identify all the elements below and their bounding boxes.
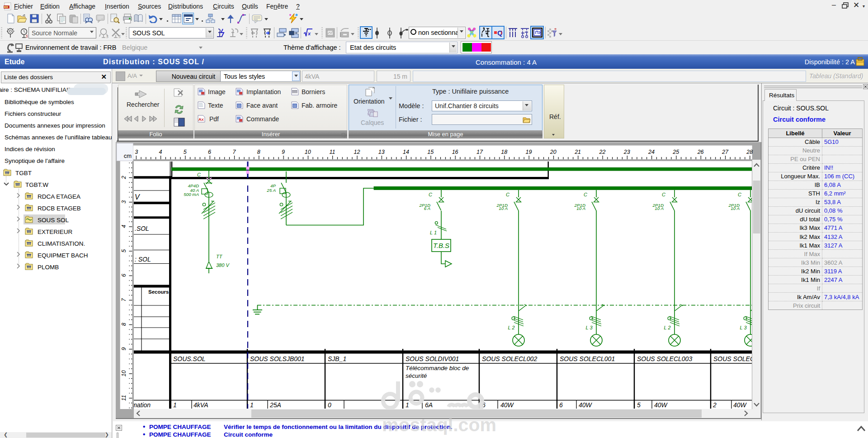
svg-text:C: C xyxy=(506,192,509,197)
svg-text:6: 6 xyxy=(559,401,563,409)
svg-text:22: 22 xyxy=(599,149,605,155)
svg-text:L 3: L 3 xyxy=(740,325,747,330)
svg-text:6: 6 xyxy=(121,274,127,277)
svg-text:A: A xyxy=(198,117,202,122)
svg-text:6 A: 6 A xyxy=(424,206,431,211)
svg-text:: SOL: : SOL xyxy=(135,256,151,263)
svg-text:Télécommande bloc de: Télécommande bloc de xyxy=(406,365,469,371)
svg-text:10: 10 xyxy=(305,149,311,155)
svg-text:17: 17 xyxy=(476,149,483,155)
svg-text:6A: 6A xyxy=(425,401,433,409)
svg-text:V: V xyxy=(135,193,140,201)
svg-text:25 A: 25 A xyxy=(266,188,276,193)
svg-text:SOUS SOLECL002: SOUS SOLECL002 xyxy=(482,355,537,362)
svg-text:7: 7 xyxy=(121,298,127,301)
svg-text:20: 20 xyxy=(550,149,557,155)
svg-text:1: 1 xyxy=(406,401,409,409)
svg-text:10: 10 xyxy=(121,370,127,376)
svg-text:5: 5 xyxy=(637,401,641,409)
svg-text:13: 13 xyxy=(378,149,385,155)
svg-text:500 mA: 500 mA xyxy=(184,192,199,197)
svg-text:C: C xyxy=(584,192,587,197)
svg-text:15: 15 xyxy=(427,149,434,155)
svg-text:L 2: L 2 xyxy=(664,325,670,330)
svg-text:x: x xyxy=(307,31,311,36)
svg-text:4kVA: 4kVA xyxy=(193,401,208,409)
svg-text:5: 5 xyxy=(121,249,127,252)
svg-text:4: 4 xyxy=(159,149,162,155)
svg-text:19: 19 xyxy=(526,149,532,155)
svg-text:s: s xyxy=(26,33,28,38)
svg-text:380 V: 380 V xyxy=(216,262,230,268)
svg-text:Secours: Secours xyxy=(148,289,169,295)
svg-text:25: 25 xyxy=(672,149,679,155)
svg-text:27: 27 xyxy=(722,149,729,155)
svg-text:s: s xyxy=(106,34,108,38)
svg-text:11: 11 xyxy=(121,395,127,401)
svg-text:25A: 25A xyxy=(269,401,281,409)
svg-text:TT: TT xyxy=(216,254,223,259)
svg-text:5: 5 xyxy=(184,149,187,155)
svg-text:C: C xyxy=(738,192,741,197)
svg-text:SOUS SOLECL001: SOUS SOLECL001 xyxy=(560,355,615,362)
svg-text:SOUS SOLDIV001: SOUS SOLDIV001 xyxy=(406,355,459,362)
svg-text:1: 1 xyxy=(250,401,254,409)
svg-text:28: 28 xyxy=(746,149,753,155)
svg-text:24: 24 xyxy=(648,149,655,155)
svg-text:L 3: L 3 xyxy=(585,325,593,330)
svg-text:2: 2 xyxy=(712,401,717,409)
svg-text:.SOL: .SOL xyxy=(135,225,149,232)
svg-text:SOUS SOLECL003: SOUS SOLECL003 xyxy=(637,355,692,362)
svg-text:40W: 40W xyxy=(500,401,514,409)
svg-text:40W: 40W xyxy=(654,401,668,409)
svg-text:6: 6 xyxy=(208,149,211,155)
svg-text:11: 11 xyxy=(330,149,335,155)
svg-text:0: 0 xyxy=(328,401,331,409)
svg-text:8: 8 xyxy=(257,149,260,155)
svg-text:2: 2 xyxy=(121,176,127,179)
svg-text:s: s xyxy=(118,34,121,38)
svg-text:26: 26 xyxy=(697,149,704,155)
svg-text:10 A: 10 A xyxy=(655,206,664,211)
svg-text:7: 7 xyxy=(232,149,236,155)
svg-text:4: 4 xyxy=(121,225,127,228)
svg-text:9: 9 xyxy=(121,348,127,351)
svg-text:C: C xyxy=(197,172,201,177)
svg-text:SOUS SOLSJB001: SOUS SOLSJB001 xyxy=(250,355,305,362)
svg-text:14: 14 xyxy=(403,149,409,155)
svg-text:cm: cm xyxy=(124,152,132,159)
svg-text:C: C xyxy=(662,192,665,197)
svg-text:40W: 40W xyxy=(733,401,747,409)
svg-text:21: 21 xyxy=(574,149,581,155)
svg-text:40W: 40W xyxy=(579,401,593,409)
svg-text:18: 18 xyxy=(501,149,507,155)
svg-text:10 A: 10 A xyxy=(499,206,508,211)
svg-text:C: C xyxy=(429,192,432,197)
svg-text:23: 23 xyxy=(623,149,630,155)
svg-text:1: 1 xyxy=(173,401,177,409)
svg-text:sécurité: sécurité xyxy=(406,372,427,379)
svg-text:16: 16 xyxy=(452,149,458,155)
svg-text:8: 8 xyxy=(121,323,127,326)
svg-text:3: 3 xyxy=(121,200,127,204)
svg-text:L 2: L 2 xyxy=(508,325,514,330)
svg-text:L 1: L 1 xyxy=(430,230,437,235)
svg-text:3: 3 xyxy=(135,149,138,155)
svg-text:10 A: 10 A xyxy=(576,206,585,211)
svg-text:SOUS.SOL: SOUS.SOL xyxy=(173,355,206,362)
svg-text:SJB_1: SJB_1 xyxy=(328,355,346,362)
svg-text:12: 12 xyxy=(354,149,360,155)
svg-text:T.B.S: T.B.S xyxy=(433,242,449,249)
svg-text:9: 9 xyxy=(282,149,285,155)
svg-text:10 A: 10 A xyxy=(731,206,740,211)
svg-text:i: i xyxy=(501,30,502,35)
svg-text:SOUS SOLEC: SOUS SOLEC xyxy=(713,355,755,362)
